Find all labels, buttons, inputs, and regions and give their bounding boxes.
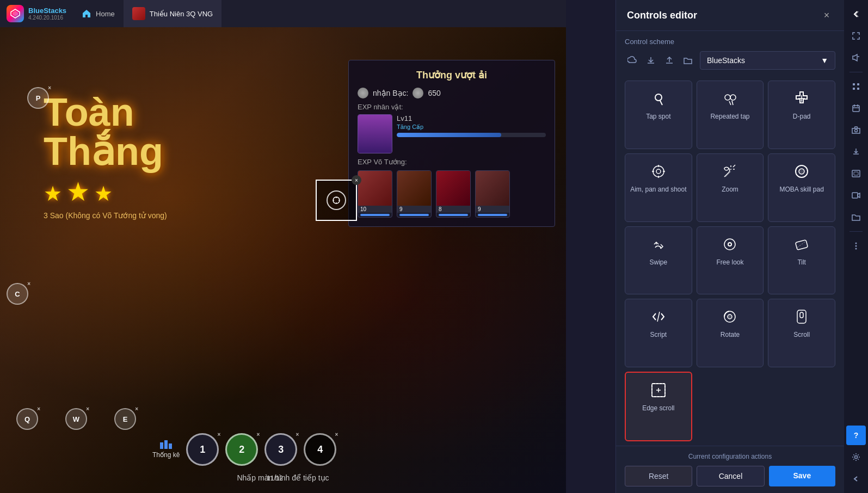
kb-btn-p[interactable]: P× (27, 87, 49, 109)
edge-collapse-btn[interactable] (846, 4, 866, 24)
control-repeated-tap[interactable]: Repeated tap (697, 81, 764, 149)
control-tilt[interactable]: Tilt (768, 226, 835, 295)
scheme-export-icon[interactable] (662, 53, 677, 68)
panel-close-button[interactable]: × (820, 9, 833, 22)
repeated-tap-icon (720, 89, 740, 108)
bottom-hint: Nhấp màn hình để tiếp tục (237, 473, 329, 482)
drag-close-btn[interactable]: × (352, 175, 361, 185)
control-moba[interactable]: MOBA skill pad (768, 153, 835, 222)
control-tap-spot[interactable]: Tap spot (625, 81, 692, 149)
action-bar: Thống kê 1 × 2 × 3 × 4 × (152, 433, 336, 466)
tap-spot-icon (649, 89, 668, 108)
edge-screenshot-btn[interactable] (846, 164, 866, 183)
edge-back-btn[interactable] (846, 469, 866, 489)
game-area: BlueStacks 4.240.20.1016 Home Thiếu Niên… (0, 0, 566, 493)
app-name: BlueStacks 4.240.20.1016 (28, 7, 66, 21)
coin-icon-2 (413, 88, 423, 98)
level-up-label: Tăng Cấp (397, 124, 546, 131)
action-btn-1[interactable]: 1 × (186, 433, 219, 466)
edge-toolbar: ? (844, 0, 868, 493)
kb-btn-q[interactable]: Q× (16, 408, 38, 430)
panel-title: Controls editor (627, 10, 697, 21)
control-zoom[interactable]: Zoom (697, 153, 764, 222)
x-badge-3: × (296, 432, 299, 437)
svg-point-11 (656, 169, 661, 174)
edge-divider-2 (849, 231, 863, 232)
control-script[interactable]: Script (625, 299, 692, 367)
svg-rect-35 (857, 88, 859, 90)
edge-folder-btn[interactable] (846, 207, 866, 227)
action-btn-3[interactable]: 3 × (264, 433, 297, 466)
scroll-label: Scroll (793, 331, 810, 340)
stats-btn[interactable]: Thống kê (152, 440, 180, 459)
control-rotate[interactable]: Rotate (697, 299, 764, 367)
svg-point-8 (725, 95, 730, 100)
action-btn-4[interactable]: 4 × (304, 433, 336, 466)
edge-camera-btn[interactable] (846, 120, 866, 140)
edge-more-btn[interactable] (846, 236, 866, 256)
app-logo: BlueStacks 4.240.20.1016 (0, 5, 73, 22)
edge-calendar-btn[interactable] (846, 98, 866, 118)
svg-rect-42 (854, 172, 858, 175)
edge-download-btn[interactable] (846, 142, 866, 162)
svg-line-24 (657, 312, 660, 322)
reset-button[interactable]: Reset (625, 466, 692, 486)
char-level: Lv11 (397, 114, 546, 122)
svg-rect-34 (853, 88, 855, 90)
help-icon: ? (854, 431, 859, 440)
repeated-tap-label: Repeated tap (710, 113, 749, 121)
zoom-label: Zoom (722, 186, 738, 194)
control-free-look[interactable]: Free look (697, 226, 764, 295)
svg-rect-22 (796, 239, 808, 250)
scheme-label: Control scheme (625, 38, 835, 46)
edge-volume-btn[interactable] (846, 48, 866, 67)
control-swipe[interactable]: Swipe (625, 226, 692, 295)
kb-btn-w[interactable]: W× (65, 408, 87, 430)
control-scroll[interactable]: Scroll (768, 299, 835, 367)
svg-rect-32 (853, 83, 855, 85)
kb-btn-e[interactable]: E× (114, 408, 136, 430)
tab-game[interactable]: Thiếu Niên 3Q VNG (124, 0, 221, 27)
save-button[interactable]: Save (769, 466, 835, 486)
cancel-button[interactable]: Cancel (697, 466, 764, 486)
exp-hero-section: EXP Võ Tướng: 10 9 8 (358, 158, 546, 218)
panel-footer: Current configuration actions Reset Canc… (616, 446, 844, 493)
control-aim[interactable]: Aim, pan and shoot (625, 153, 692, 222)
svg-point-16 (730, 169, 731, 170)
aim-label: Aim, pan and shoot (630, 186, 686, 194)
edge-fullscreen-btn[interactable] (846, 26, 866, 46)
home-icon (82, 9, 91, 19)
hero-card-1: 10 (358, 170, 392, 218)
tab-home[interactable]: Home (73, 0, 124, 27)
x-badge-2: × (257, 432, 260, 437)
drag-control-widget[interactable]: × (316, 180, 357, 221)
edge-settings-btn[interactable] (846, 447, 866, 467)
tap-spot-label: Tap spot (646, 113, 670, 121)
moba-label: MOBA skill pad (779, 186, 823, 194)
silver-reward-row: nhận Bạc: 650 (358, 88, 546, 98)
edge-help-btn[interactable]: ? (846, 426, 866, 445)
scheme-import-icon[interactable] (643, 53, 658, 68)
hero-card-2: 9 (397, 170, 432, 218)
svg-point-46 (855, 248, 857, 250)
controls-panel: Controls editor × Control scheme Bl (615, 0, 844, 493)
coin-icon (358, 88, 368, 98)
scheme-folder-icon[interactable] (680, 53, 695, 68)
svg-point-18 (799, 169, 804, 174)
scheme-cloud-icon[interactable] (625, 53, 640, 68)
kb-btn-c[interactable]: C× (7, 283, 28, 305)
svg-point-26 (728, 315, 732, 319)
edge-video-btn[interactable] (846, 186, 866, 205)
edge-grid-btn[interactable] (846, 77, 866, 96)
action-btn-2[interactable]: 2 × (225, 433, 258, 466)
scheme-dropdown[interactable]: BlueStacks ▼ (700, 51, 835, 70)
dpad-label: D-pad (793, 113, 811, 121)
aim-icon (649, 162, 668, 181)
char-avatar (358, 114, 392, 153)
rotate-icon (720, 307, 740, 326)
control-dpad[interactable]: D-pad (768, 81, 835, 149)
control-edge-scroll[interactable]: Edge scroll (625, 372, 692, 441)
edge-scroll-label: Edge scroll (642, 404, 674, 413)
hero-card-4: 9 (475, 170, 510, 218)
scheme-icon-buttons (625, 53, 695, 68)
